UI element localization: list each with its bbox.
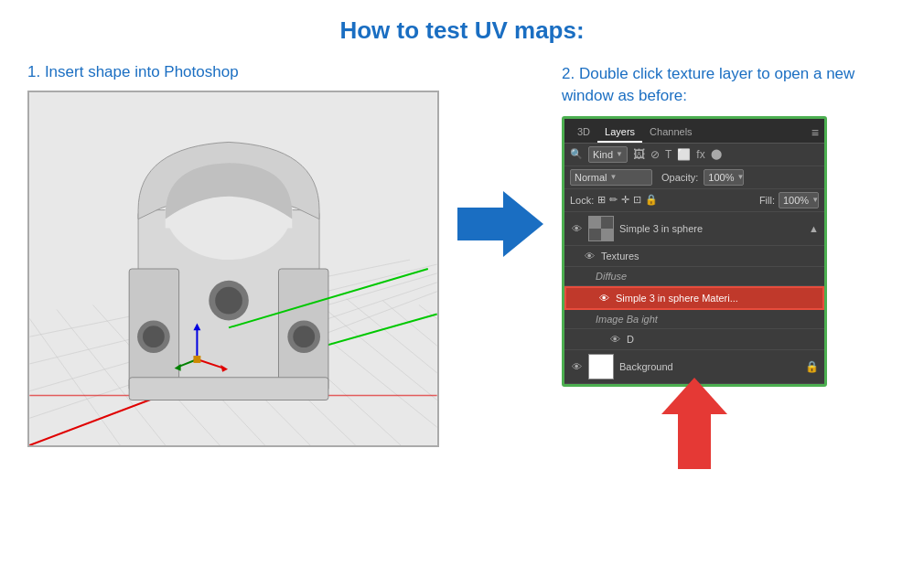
red-arrow-head xyxy=(661,378,727,414)
fill-chevron-icon: ▼ xyxy=(811,196,819,204)
normal-opacity-row: Normal ▼ Opacity: 100% ▼ xyxy=(564,166,824,189)
layer-material-highlighted[interactable]: 👁 Simple 3 in sphere Materi... xyxy=(564,286,824,310)
blend-chevron-icon: ▼ xyxy=(609,173,617,181)
red-arrow-up xyxy=(661,378,727,469)
photoshop-preview xyxy=(27,91,439,447)
red-arrow-shaft xyxy=(678,414,711,469)
left-section: 1. Insert shape into Photoshop xyxy=(27,63,439,447)
background-lock-icon: 🔒 xyxy=(805,360,819,373)
svg-rect-42 xyxy=(601,229,613,240)
layer-name-textures: Textures xyxy=(601,251,819,262)
layer-name-diffuse: Diffuse xyxy=(596,271,819,282)
svg-point-30 xyxy=(293,326,315,347)
layer-name-background: Background xyxy=(619,361,800,372)
fill-label: Fill: xyxy=(759,195,775,206)
collapse-icon-simple3[interactable]: ▲ xyxy=(809,223,819,234)
visibility-icon-d[interactable]: 👁 xyxy=(608,333,621,346)
opacity-label: Opacity: xyxy=(661,172,698,183)
visibility-icon-textures[interactable]: 👁 xyxy=(583,250,596,262)
lock-icon-checker: ⊞ xyxy=(597,194,606,206)
page-title: How to test UV maps: xyxy=(0,0,924,54)
panel-tabs: 3D Layers Channels ≡ xyxy=(564,119,824,144)
visibility-icon-material[interactable]: 👁 xyxy=(597,292,610,304)
panel-menu-icon[interactable]: ≡ xyxy=(811,125,819,140)
svg-rect-39 xyxy=(193,356,200,363)
layer-icon-circle: ⊘ xyxy=(650,148,660,161)
arrow-section xyxy=(457,63,543,257)
right-section: 2. Double click texture layer to open a … xyxy=(562,63,897,387)
lock-fill-row: Lock: ⊞ ✏ ✛ ⊡ 🔒 Fill: 100% ▼ xyxy=(564,189,824,212)
layers-panel-wrapper: 3D Layers Channels ≡ 🔍 Kind ▼ 🖼 ⊘ T ⬜ xyxy=(562,116,827,387)
layer-name-material: Simple 3 in sphere Materi... xyxy=(616,293,817,304)
kind-chevron-icon: ▼ xyxy=(616,150,623,158)
layer-simple3[interactable]: 👁 Simple 3 in sphere ▲ xyxy=(564,212,824,246)
lock-icon-artboard: ⊡ xyxy=(633,194,641,206)
layer-icon-mask: ⬤ xyxy=(711,148,722,160)
blend-mode-dropdown[interactable]: Normal ▼ xyxy=(570,169,652,186)
lock-label: Lock: xyxy=(570,195,594,206)
opacity-chevron-icon: ▼ xyxy=(737,173,745,181)
tab-layers[interactable]: Layers xyxy=(597,123,642,143)
layer-image-based-light[interactable]: Image Ba ight xyxy=(564,310,824,329)
layer-textures[interactable]: 👁 Textures xyxy=(564,246,824,267)
svg-point-32 xyxy=(215,287,242,315)
layer-icon-shape: ⬜ xyxy=(677,148,691,161)
layer-icon-img: 🖼 xyxy=(633,147,645,161)
layer-diffuse[interactable]: Diffuse xyxy=(564,267,824,286)
3d-scene-svg xyxy=(29,92,437,445)
layer-name-simple3: Simple 3 in sphere xyxy=(619,223,803,234)
layers-panel: 3D Layers Channels ≡ 🔍 Kind ▼ 🖼 ⊘ T ⬜ xyxy=(562,116,827,387)
layer-icon-text: T xyxy=(665,148,672,161)
layer-d[interactable]: 👁 D xyxy=(564,329,824,350)
lock-icon-brush: ✏ xyxy=(609,194,618,206)
layer-icon-fx: fx xyxy=(696,148,704,161)
search-icon: 🔍 xyxy=(570,148,583,160)
layer-name-image-light: Image Ba ight xyxy=(596,314,819,325)
svg-rect-43 xyxy=(601,217,613,229)
kind-dropdown[interactable]: Kind ▼ xyxy=(588,146,628,163)
tab-3d[interactable]: 3D xyxy=(570,123,597,143)
step1-label: 1. Insert shape into Photoshop xyxy=(27,63,239,81)
layer-name-d: D xyxy=(627,334,819,345)
visibility-icon-background[interactable]: 👁 xyxy=(570,360,583,373)
tab-channels[interactable]: Channels xyxy=(642,123,699,143)
step2-label: 2. Double click texture layer to open a … xyxy=(562,63,897,107)
kind-toolbar-row: 🔍 Kind ▼ 🖼 ⊘ T ⬜ fx ⬤ xyxy=(564,144,824,166)
lock-icon-padlock: 🔒 xyxy=(645,194,658,206)
visibility-icon-simple3[interactable]: 👁 xyxy=(570,222,583,235)
layer-thumb-background xyxy=(588,354,614,379)
lock-icon-move: ✛ xyxy=(621,194,629,206)
svg-rect-44 xyxy=(589,229,601,240)
svg-rect-41 xyxy=(589,217,601,229)
svg-rect-26 xyxy=(129,378,328,400)
svg-point-28 xyxy=(143,326,165,347)
layer-thumb-simple3 xyxy=(588,216,614,241)
fill-dropdown[interactable]: 100% ▼ xyxy=(779,192,819,208)
opacity-dropdown[interactable]: 100% ▼ xyxy=(704,169,744,186)
